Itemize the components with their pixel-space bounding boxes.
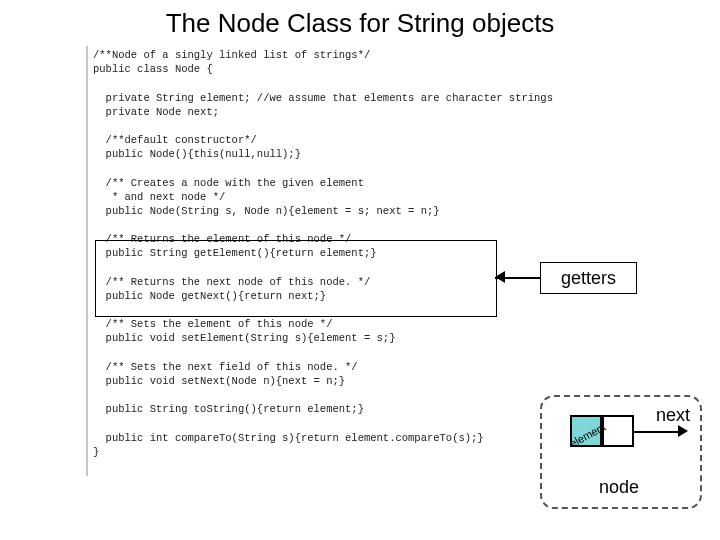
element-text: element bbox=[567, 421, 607, 450]
getters-arrow-head bbox=[495, 271, 505, 283]
next-label: next bbox=[656, 405, 690, 426]
node-cells: element bbox=[570, 415, 634, 447]
node-element-cell: element bbox=[570, 415, 602, 447]
code-left-border bbox=[86, 46, 88, 476]
page-title: The Node Class for String objects bbox=[0, 8, 720, 39]
getters-label: getters bbox=[540, 262, 637, 294]
code-block: /**Node of a singly linked list of strin… bbox=[93, 48, 613, 459]
next-arrow-line bbox=[634, 431, 680, 433]
node-label: node bbox=[540, 477, 698, 498]
next-arrow-head bbox=[678, 425, 688, 437]
